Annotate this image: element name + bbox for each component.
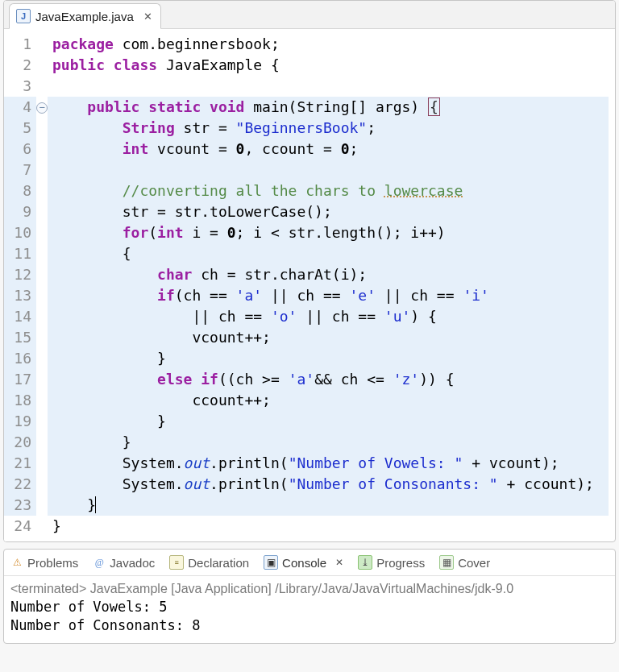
view-tab-bar: ⚠ Problems @ Javadoc ≡ Declaration ▣ Con… (4, 550, 615, 576)
editor-tab[interactable]: J JavaExample.java ✕ (9, 3, 161, 29)
fold-toggle-icon[interactable]: − (36, 102, 48, 114)
console-icon: ▣ (264, 555, 278, 570)
coverage-icon: ▦ (439, 555, 454, 570)
tab-declaration[interactable]: ≡ Declaration (169, 555, 249, 570)
declaration-icon: ≡ (169, 555, 184, 570)
editor-panel: J JavaExample.java ✕ 1 2 3 4567891011121… (3, 0, 616, 542)
code-text[interactable]: package com.beginnersbook; public class … (48, 29, 615, 541)
close-icon[interactable]: ✕ (335, 557, 343, 568)
console-output-line: Number of Consonants: 8 (10, 616, 609, 635)
console-run-header: <terminated> JavaExample [Java Applicati… (10, 579, 609, 598)
bottom-panel: ⚠ Problems @ Javadoc ≡ Declaration ▣ Con… (3, 549, 616, 644)
tab-progress[interactable]: ⤓ Progress (358, 555, 425, 570)
tab-problems[interactable]: ⚠ Problems (10, 556, 78, 570)
tab-coverage[interactable]: ▦ Cover (439, 555, 490, 570)
editor-tab-bar: J JavaExample.java ✕ (4, 1, 615, 29)
console-output-line: Number of Vowels: 5 (10, 598, 609, 616)
close-icon[interactable]: ✕ (143, 10, 152, 23)
tab-javadoc[interactable]: @ Javadoc (93, 556, 155, 570)
problems-icon: ⚠ (10, 556, 23, 569)
fold-gutter: − (36, 29, 48, 541)
tab-console[interactable]: ▣ Console ✕ (264, 555, 343, 570)
console-body[interactable]: <terminated> JavaExample [Java Applicati… (4, 576, 615, 643)
java-file-icon: J (16, 9, 31, 23)
tab-filename: JavaExample.java (35, 10, 134, 23)
code-editor[interactable]: 1 2 3 4567891011121314151617181920212223… (4, 29, 615, 541)
javadoc-icon: @ (93, 556, 106, 569)
line-number-gutter: 1 2 3 4567891011121314151617181920212223… (4, 29, 36, 541)
progress-icon: ⤓ (358, 555, 372, 570)
